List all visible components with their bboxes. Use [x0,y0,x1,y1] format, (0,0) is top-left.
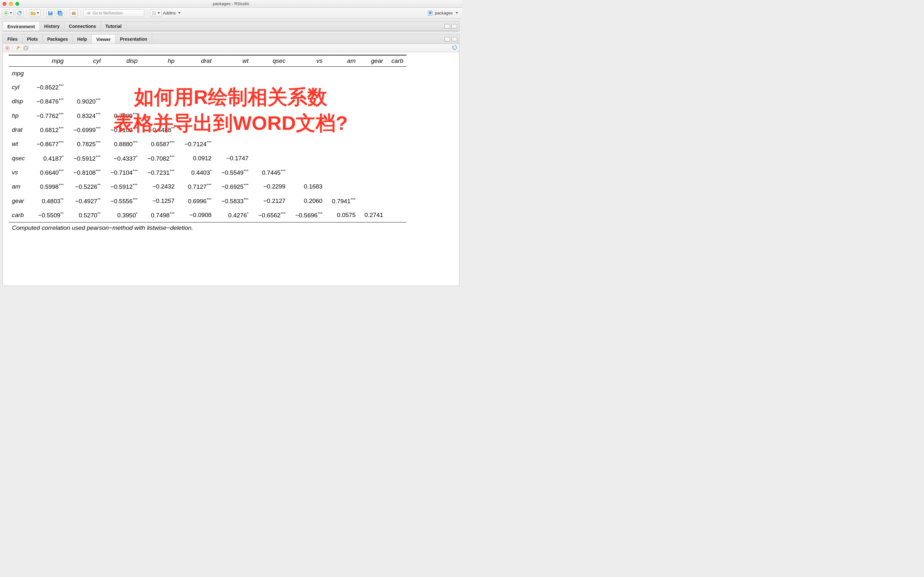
tab-environment[interactable]: Environment [3,21,40,31]
corr-cell: −0.2432 [141,179,178,193]
row-header: disp [9,94,30,108]
chevron-down-icon [456,12,458,14]
separator [81,10,81,17]
corr-cell: 0.6640*** [30,165,67,179]
corr-cell: −0.7231*** [141,165,178,179]
table-row: am0.5998***−0.5226**−0.5912***−0.24320.7… [9,179,407,193]
corr-cell: −0.5696*** [289,208,326,222]
separator [147,10,147,17]
corr-cell: 0.6996*** [178,194,215,208]
corr-cell: −0.4927** [67,194,103,208]
new-project-button[interactable]: + [15,9,23,17]
col-header: wt [215,55,252,67]
row-header: vs [9,165,30,179]
corr-cell: −0.4337* [104,151,141,165]
maximize-pane-icon[interactable] [451,37,457,41]
row-header: mpg [9,67,30,81]
broom-icon[interactable] [15,45,21,51]
tab-presentation[interactable]: Presentation [115,34,152,44]
svg-rect-13 [154,13,156,15]
corr-cell: 0.7498*** [141,208,178,222]
row-header: gear [9,194,30,208]
open-file-button[interactable] [29,9,41,17]
refresh-icon[interactable] [452,45,457,50]
col-header: gear [359,55,386,67]
viewer-toolbar [3,44,459,52]
corr-cell: −0.6562*** [252,208,289,222]
row-header: carb [9,208,30,222]
chevron-down-icon [178,12,181,14]
separator [43,10,44,17]
corr-cell: −0.2299 [252,179,289,193]
close-icon[interactable] [3,2,6,6]
table-row: vs0.6640***−0.8108***−0.7104***−0.7231**… [9,165,407,179]
top-pane-tabs: Environment History Connections Tutorial [3,21,459,31]
separator [67,10,67,17]
corr-cell: 0.7941*** [326,194,359,208]
tab-tutorial[interactable]: Tutorial [101,21,126,31]
svg-rect-15 [24,47,27,50]
svg-rect-11 [154,11,156,13]
corr-cell: 0.9020*** [67,94,103,108]
corr-cell: 0.1683 [289,179,326,193]
corr-cell: 0.7127*** [178,179,215,193]
table-row: qsec0.4187*−0.5912***−0.4337*−0.7082***0… [9,151,407,165]
tab-viewer[interactable]: Viewer [92,34,115,44]
corr-cell: −0.5509** [30,208,67,222]
remove-icon[interactable] [5,45,10,51]
corr-cell: 0.5998*** [30,179,67,193]
svg-rect-7 [59,12,62,15]
corr-cell: −0.7082*** [141,151,178,165]
corr-cell: 0.4187* [30,151,67,165]
chevron-down-icon [10,12,12,14]
print-icon [71,11,76,16]
corr-cell: 0.8880*** [104,137,141,151]
corr-cell: 0.4276* [215,208,252,222]
tab-packages[interactable]: Packages [43,34,73,44]
table-row: drat0.6812***−0.6999***−0.7102***−0.4488… [9,123,407,137]
corr-cell: −0.1257 [141,194,178,208]
environment-pane: Environment History Connections Tutorial [3,21,459,31]
minimize-pane-icon[interactable] [444,24,450,29]
corr-cell: −0.5549*** [215,165,252,179]
col-header: mpg [30,55,67,67]
print-button[interactable] [69,9,78,17]
tab-help[interactable]: Help [73,34,92,44]
corr-cell: 0.3950* [104,208,141,222]
minimize-icon[interactable] [9,2,13,6]
goto-file-function-input[interactable]: Go to file/function [83,9,144,17]
col-header: carb [386,55,407,67]
goto-placeholder: Go to file/function [93,11,123,15]
project-name: packages [435,11,453,15]
addins-menu[interactable]: Addins [163,11,181,15]
svg-rect-5 [49,11,51,13]
minimize-pane-icon[interactable] [444,37,450,41]
tab-history[interactable]: History [40,21,65,31]
corr-cell: 0.6812*** [30,123,67,137]
maximize-icon[interactable] [15,2,19,6]
tab-connections[interactable]: Connections [65,21,101,31]
svg-rect-9 [73,11,75,13]
grid-button[interactable] [150,9,162,17]
col-header: cyl [67,55,103,67]
corr-cell: −0.8108*** [67,165,103,179]
tab-files[interactable]: Files [3,34,23,44]
popout-icon[interactable] [23,45,28,51]
maximize-pane-icon[interactable] [451,24,457,29]
table-row: carb−0.5509**0.5270**0.3950*0.7498***−0.… [9,208,407,222]
r-project-icon: + [17,11,22,16]
new-file-button[interactable] [2,9,14,17]
corr-cell: −0.8522*** [30,80,67,94]
corr-cell: 0.4803** [30,194,67,208]
table-row: mpg [9,67,407,81]
save-button[interactable] [46,9,55,17]
row-header: am [9,179,30,193]
table-row: wt−0.8677***0.7825***0.8880***0.6587***−… [9,137,407,151]
save-all-button[interactable] [56,9,64,17]
project-selector[interactable]: R packages [426,11,460,16]
tab-plots[interactable]: Plots [23,34,43,44]
corr-cell: −0.8677*** [30,137,67,151]
folder-open-icon [31,11,36,16]
corr-cell: −0.7762*** [30,109,67,123]
separator [26,10,26,17]
